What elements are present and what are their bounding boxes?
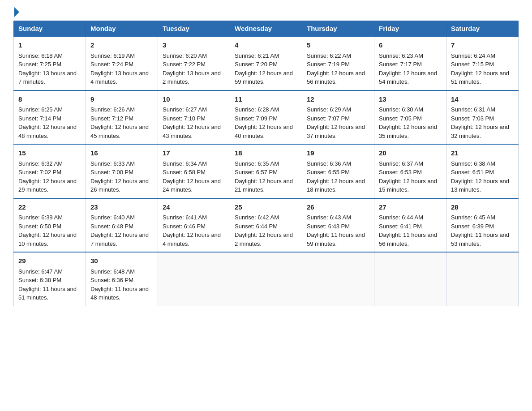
sunset-text: Sunset: 7:12 PM (90, 115, 133, 122)
sunrise-text: Sunrise: 6:45 AM (451, 214, 495, 221)
logo (13, 9, 19, 15)
calendar-cell: 23 Sunrise: 6:40 AM Sunset: 6:48 PM Dayl… (86, 198, 158, 253)
day-number: 12 (307, 94, 369, 105)
sunrise-text: Sunrise: 6:48 AM (90, 268, 135, 275)
calendar-week-5: 29 Sunrise: 6:47 AM Sunset: 6:38 PM Dayl… (14, 252, 519, 306)
logo-text (13, 9, 19, 17)
calendar-cell: 20 Sunrise: 6:37 AM Sunset: 6:53 PM Dayl… (374, 144, 446, 198)
sunrise-text: Sunrise: 6:35 AM (235, 160, 279, 167)
calendar-cell: 1 Sunrise: 6:18 AM Sunset: 7:25 PM Dayli… (14, 36, 86, 90)
daylight-text: Daylight: 13 hours and 4 minutes. (90, 70, 149, 86)
day-number: 25 (235, 202, 297, 213)
sunrise-text: Sunrise: 6:37 AM (379, 160, 423, 167)
calendar-cell: 12 Sunrise: 6:29 AM Sunset: 7:07 PM Dayl… (302, 90, 374, 145)
daylight-text: Daylight: 11 hours and 56 minutes. (379, 231, 437, 247)
daylight-text: Daylight: 11 hours and 53 minutes. (451, 231, 509, 247)
daylight-text: Daylight: 12 hours and 29 minutes. (18, 178, 77, 193)
sunset-text: Sunset: 6:58 PM (163, 169, 206, 176)
calendar-cell: 3 Sunrise: 6:20 AM Sunset: 7:22 PM Dayli… (158, 36, 230, 90)
daylight-text: Daylight: 12 hours and 21 minutes. (235, 178, 293, 193)
logo-arrow-icon (14, 7, 19, 17)
day-number: 27 (379, 202, 442, 213)
sunset-text: Sunset: 6:36 PM (90, 277, 133, 283)
sunset-text: Sunset: 6:38 PM (18, 277, 61, 283)
sunset-text: Sunset: 7:02 PM (18, 169, 61, 176)
daylight-text: Daylight: 12 hours and 13 minutes. (451, 178, 509, 193)
sunrise-text: Sunrise: 6:39 AM (18, 214, 63, 221)
calendar-cell: 14 Sunrise: 6:31 AM Sunset: 7:03 PM Dayl… (446, 90, 519, 145)
calendar-header-thursday: Thursday (302, 21, 374, 37)
calendar-header-friday: Friday (374, 21, 446, 37)
day-number: 9 (90, 94, 153, 105)
sunset-text: Sunset: 6:46 PM (163, 223, 206, 230)
sunset-text: Sunset: 7:03 PM (451, 115, 494, 122)
daylight-text: Daylight: 11 hours and 48 minutes. (90, 286, 149, 301)
day-number: 17 (163, 148, 225, 158)
calendar-table: SundayMondayTuesdayWednesdayThursdayFrid… (13, 21, 519, 306)
sunset-text: Sunset: 7:10 PM (163, 115, 206, 122)
sunset-text: Sunset: 7:17 PM (379, 61, 422, 68)
day-number: 7 (451, 40, 514, 51)
calendar-header-sunday: Sunday (14, 21, 86, 37)
sunset-text: Sunset: 6:57 PM (235, 169, 278, 176)
daylight-text: Daylight: 12 hours and 40 minutes. (235, 124, 293, 139)
calendar-cell (374, 252, 446, 306)
day-number: 14 (451, 94, 514, 105)
daylight-text: Daylight: 12 hours and 7 minutes. (90, 231, 149, 247)
daylight-text: Daylight: 12 hours and 37 minutes. (307, 124, 365, 139)
sunset-text: Sunset: 7:14 PM (18, 115, 61, 122)
sunrise-text: Sunrise: 6:28 AM (235, 106, 279, 113)
calendar-week-3: 15 Sunrise: 6:32 AM Sunset: 7:02 PM Dayl… (14, 144, 519, 198)
day-number: 3 (163, 40, 225, 51)
calendar-cell: 19 Sunrise: 6:36 AM Sunset: 6:55 PM Dayl… (302, 144, 374, 198)
sunset-text: Sunset: 7:22 PM (163, 61, 206, 68)
sunset-text: Sunset: 7:05 PM (379, 115, 422, 122)
calendar-cell: 5 Sunrise: 6:22 AM Sunset: 7:19 PM Dayli… (302, 36, 374, 90)
day-number: 18 (235, 148, 297, 158)
sunrise-text: Sunrise: 6:41 AM (163, 214, 207, 221)
sunset-text: Sunset: 7:07 PM (307, 115, 350, 122)
calendar-cell: 9 Sunrise: 6:26 AM Sunset: 7:12 PM Dayli… (86, 90, 158, 145)
calendar-cell: 2 Sunrise: 6:19 AM Sunset: 7:24 PM Dayli… (86, 36, 158, 90)
day-number: 29 (18, 256, 81, 266)
daylight-text: Daylight: 12 hours and 35 minutes. (379, 124, 437, 139)
daylight-text: Daylight: 12 hours and 2 minutes. (235, 231, 293, 247)
day-number: 10 (163, 94, 225, 105)
sunrise-text: Sunrise: 6:25 AM (18, 106, 63, 113)
day-number: 8 (18, 94, 81, 105)
daylight-text: Daylight: 12 hours and 15 minutes. (379, 178, 437, 193)
sunrise-text: Sunrise: 6:19 AM (90, 52, 135, 59)
day-number: 19 (307, 148, 369, 158)
sunrise-text: Sunrise: 6:31 AM (451, 106, 495, 113)
sunset-text: Sunset: 6:55 PM (307, 169, 350, 176)
sunset-text: Sunset: 7:24 PM (90, 61, 133, 68)
sunset-text: Sunset: 6:43 PM (307, 223, 350, 230)
day-number: 6 (379, 40, 442, 51)
sunrise-text: Sunrise: 6:33 AM (90, 160, 135, 167)
calendar-cell: 13 Sunrise: 6:30 AM Sunset: 7:05 PM Dayl… (374, 90, 446, 145)
calendar-cell: 28 Sunrise: 6:45 AM Sunset: 6:39 PM Dayl… (446, 198, 519, 253)
daylight-text: Daylight: 12 hours and 18 minutes. (307, 178, 365, 193)
calendar-cell: 10 Sunrise: 6:27 AM Sunset: 7:10 PM Dayl… (158, 90, 230, 145)
calendar-cell (158, 252, 230, 306)
calendar-cell (302, 252, 374, 306)
sunrise-text: Sunrise: 6:47 AM (18, 268, 63, 275)
calendar-header-saturday: Saturday (446, 21, 519, 37)
day-number: 20 (379, 148, 442, 158)
sunset-text: Sunset: 6:51 PM (451, 169, 494, 176)
sunrise-text: Sunrise: 6:32 AM (18, 160, 63, 167)
day-number: 26 (307, 202, 369, 213)
sunset-text: Sunset: 7:00 PM (90, 169, 133, 176)
calendar-week-2: 8 Sunrise: 6:25 AM Sunset: 7:14 PM Dayli… (14, 90, 519, 145)
calendar-cell: 15 Sunrise: 6:32 AM Sunset: 7:02 PM Dayl… (14, 144, 86, 198)
calendar-cell (446, 252, 519, 306)
sunrise-text: Sunrise: 6:42 AM (235, 214, 279, 221)
daylight-text: Daylight: 12 hours and 59 minutes. (235, 70, 293, 86)
calendar-week-1: 1 Sunrise: 6:18 AM Sunset: 7:25 PM Dayli… (14, 36, 519, 90)
sunset-text: Sunset: 6:41 PM (379, 223, 422, 230)
calendar-cell: 26 Sunrise: 6:43 AM Sunset: 6:43 PM Dayl… (302, 198, 374, 253)
day-number: 4 (235, 40, 297, 51)
sunrise-text: Sunrise: 6:20 AM (163, 52, 207, 59)
calendar-header-tuesday: Tuesday (158, 21, 230, 37)
calendar-cell: 21 Sunrise: 6:38 AM Sunset: 6:51 PM Dayl… (446, 144, 519, 198)
